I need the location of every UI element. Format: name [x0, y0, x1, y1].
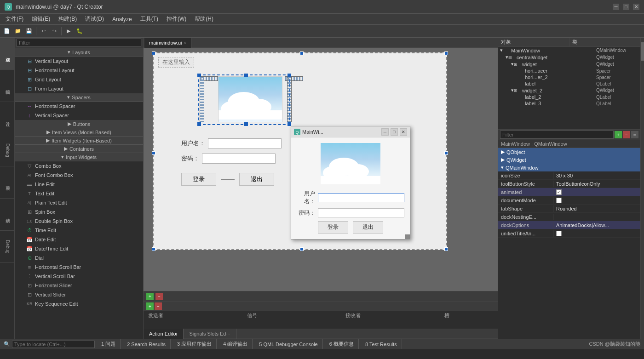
menu-item-f[interactable]: 文件(F): [2, 14, 27, 24]
documentmode-checkbox[interactable]: [556, 198, 562, 203]
tree-item-grid-layout[interactable]: ⊞ Grid Layout: [15, 75, 143, 84]
animated-checkbox[interactable]: [556, 189, 562, 195]
category-item-views[interactable]: ▶ Item Views (Model-Based): [15, 128, 143, 137]
tree-item-v-spacer[interactable]: ↕ Vertical Spacer: [15, 111, 143, 120]
prop-filter-input[interactable]: [500, 131, 614, 139]
logout-button[interactable]: 退出: [239, 173, 274, 186]
status-search-input[interactable]: [12, 341, 95, 348]
tree-item-double-spin-box[interactable]: 1.0 Double Spin Box: [15, 217, 143, 226]
menu-item-h[interactable]: 帮助(H): [191, 14, 217, 24]
title-input-area[interactable]: 在这里输入: [158, 57, 194, 68]
handle-br[interactable]: [444, 247, 448, 251]
handle-bm[interactable]: [300, 247, 304, 251]
sidebar-item-debug2[interactable]: Debug: [0, 231, 15, 263]
obj-row-centralwidget[interactable]: ▾ ⊞ centralWidget QWidget: [498, 54, 640, 61]
status-panel-7[interactable]: 8 Test Results: [361, 339, 402, 349]
tree-item-h-slider[interactable]: ⊡ Horizontal Slider: [15, 281, 143, 290]
login-button[interactable]: 登录: [181, 173, 216, 186]
tree-item-h-scroll-bar[interactable]: ≡ Horizontal Scroll Bar: [15, 262, 143, 272]
dialog-login-button[interactable]: 登录: [318, 221, 348, 234]
username-input[interactable]: [208, 138, 282, 148]
canvas-area[interactable]: 在这里输入: [144, 48, 498, 301]
tab-signals-slots[interactable]: Signals Slots Ed···: [184, 329, 236, 339]
img-handle-bm[interactable]: [244, 122, 248, 126]
img-handle-bl[interactable]: [197, 122, 201, 126]
unifiedtitle-checkbox[interactable]: [556, 231, 562, 236]
obj-row-widget[interactable]: ▾ ⊞ widget QWidget: [498, 61, 640, 68]
prop-options-btn[interactable]: ≡: [631, 131, 638, 138]
category-layouts[interactable]: ▾ Layouts: [15, 48, 143, 57]
obj-row-mainwindow[interactable]: ▾ MainWindow QMainWindow: [498, 47, 640, 54]
tree-item-v-slider[interactable]: ⊡ Vertical Slider: [15, 290, 143, 299]
obj-row-hspacer2[interactable]: hori...er_2 Spacer: [498, 74, 640, 80]
handle-tl[interactable]: [152, 51, 155, 55]
scrollbar-thumb[interactable]: [641, 42, 644, 61]
category-containers[interactable]: ▶ Containers: [15, 145, 143, 153]
build-button[interactable]: ▶: [63, 26, 74, 36]
handle-ml[interactable]: [152, 151, 155, 155]
undo-button[interactable]: ↩: [38, 26, 48, 36]
save-button[interactable]: 💾: [24, 26, 34, 36]
tree-item-v-scroll-bar[interactable]: ⋮ Vertical Scroll Bar: [15, 272, 143, 281]
handle-tr[interactable]: [444, 51, 448, 55]
right-scrollbar[interactable]: [640, 38, 644, 339]
sidebar-item-project[interactable]: 项目: [0, 166, 15, 199]
password-input[interactable]: [202, 154, 276, 164]
new-button[interactable]: 📄: [2, 26, 12, 36]
sidebar-item-debug[interactable]: Debug: [0, 134, 15, 166]
tab-action-editor[interactable]: Action Editor: [144, 329, 184, 339]
maximize-button[interactable]: □: [623, 4, 629, 10]
status-panel-6[interactable]: 6 概要信息: [325, 339, 359, 349]
status-panel-4[interactable]: 4 编译输出: [218, 339, 253, 349]
signals-add-btn[interactable]: +: [146, 302, 154, 310]
tab-close-icon[interactable]: ×: [184, 40, 186, 45]
add-button[interactable]: +: [146, 293, 154, 300]
tree-item-text-edit[interactable]: T Text Edit: [15, 189, 143, 198]
dialog-resize-handle[interactable]: [405, 234, 410, 239]
minimize-button[interactable]: ─: [613, 4, 619, 10]
status-panel-2[interactable]: 2 Search Results: [122, 339, 171, 349]
dialog-max-button[interactable]: □: [391, 128, 398, 136]
tree-item-date-edit[interactable]: 📅 Date Edit: [15, 235, 143, 244]
dialog-password-input[interactable]: [318, 208, 404, 217]
tree-item-h-spacer[interactable]: ↔ Horizontal Spacer: [15, 102, 143, 111]
sidebar-item-edit[interactable]: 编辑: [0, 70, 15, 102]
sidebar-item-help[interactable]: 帮助: [0, 199, 15, 231]
category-item-widgets[interactable]: ▶ Item Widgets (Item-Based): [15, 137, 143, 145]
tree-item-spin-box[interactable]: ⊞ Spin Box: [15, 207, 143, 217]
category-buttons[interactable]: ▶ Buttons: [15, 120, 143, 128]
tree-item-vertical-layout[interactable]: ⊟ Vertical Layout: [15, 57, 143, 66]
tree-item-dial[interactable]: ⊙ Dial: [15, 253, 143, 262]
status-panel-5[interactable]: 5 QML Debugger Console: [254, 339, 322, 349]
menu-item-w[interactable]: 控件(W): [163, 14, 190, 24]
tree-item-time-edit[interactable]: ⏱ Time Edit: [15, 226, 143, 235]
tree-item-form-layout[interactable]: ⊟ Form Layout: [15, 84, 143, 93]
menu-item-e[interactable]: 编辑(E): [28, 14, 54, 24]
tree-item-font-combo-box[interactable]: AI Font Combo Box: [15, 171, 143, 180]
obj-row-hspacer[interactable]: hori...acer Spacer: [498, 68, 640, 74]
redo-button[interactable]: ↪: [49, 26, 59, 36]
close-button[interactable]: ✕: [633, 4, 639, 10]
prop-group-qwidget[interactable]: ▶ QWidget: [498, 156, 640, 164]
menu-item-analyze[interactable]: Analyze: [109, 15, 136, 23]
prop-remove-btn[interactable]: −: [623, 131, 630, 138]
tree-item-horizontal-layout[interactable]: ⊟ Horizontal Layout: [15, 66, 143, 75]
tab-mainwindow[interactable]: mainwindow.ui ×: [144, 38, 191, 48]
status-panel-3[interactable]: 3 应用程序输出: [172, 339, 217, 349]
sidebar-item-design[interactable]: 设计: [0, 102, 15, 134]
obj-row-label[interactable]: label QLabel: [498, 80, 640, 87]
tree-item-line-edit[interactable]: ▬ Line Edit: [15, 180, 143, 189]
tree-item-plain-text-edit[interactable]: A| Plain Text Edit: [15, 198, 143, 207]
dialog-username-input[interactable]: [318, 193, 404, 202]
prop-group-qobject[interactable]: ▶ QObject: [498, 148, 640, 156]
debug-button[interactable]: 🐛: [75, 26, 85, 36]
obj-row-label2[interactable]: label_2 QLabel: [498, 94, 640, 100]
sidebar-item-welcome[interactable]: 欢迎: [0, 38, 15, 70]
status-panel-1[interactable]: 1 问题: [97, 339, 121, 349]
img-handle-tl[interactable]: [197, 74, 201, 77]
handle-tm[interactable]: [300, 51, 304, 55]
prop-group-qmainwindow[interactable]: ▾ QMainWindow: [498, 164, 640, 171]
dialog-close-button[interactable]: ✕: [400, 128, 407, 136]
tree-item-key-seq-edit[interactable]: KB Key Sequence Edit: [15, 299, 143, 308]
menu-item-b[interactable]: 构建(B): [55, 14, 80, 24]
